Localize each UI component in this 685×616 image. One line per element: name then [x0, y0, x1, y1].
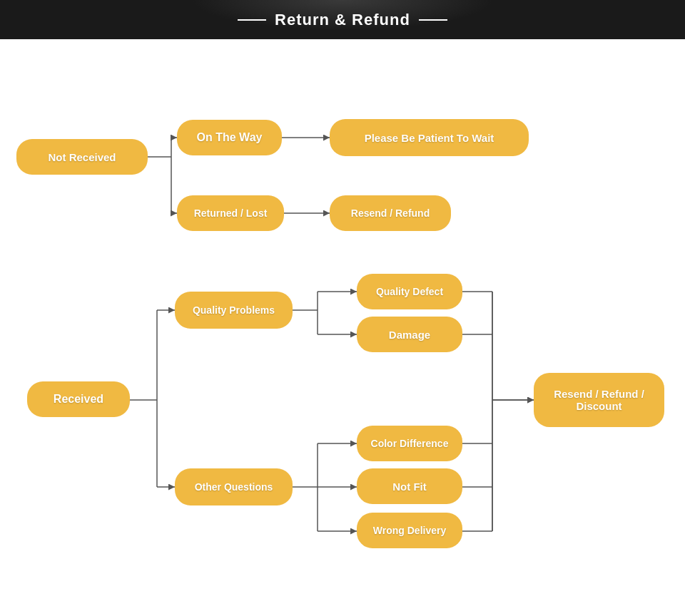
header-line-left [238, 19, 266, 21]
node-resend-refund-discount: Resend / Refund / Discount [534, 373, 664, 427]
header-title: Return & Refund [238, 11, 447, 29]
node-quality-defect: Quality Defect [357, 274, 462, 309]
header-line-right [419, 19, 447, 21]
header: Return & Refund [0, 0, 685, 39]
node-other-questions: Other Questions [175, 468, 293, 505]
node-wrong-delivery: Wrong Delivery [357, 513, 462, 548]
node-color-difference: Color Difference [357, 426, 462, 461]
node-damage: Damage [357, 317, 462, 352]
node-quality-problems: Quality Problems [175, 292, 293, 329]
node-resend-refund: Resend / Refund [330, 195, 451, 231]
node-not-fit: Not Fit [357, 468, 462, 504]
node-received: Received [27, 381, 130, 417]
node-returned-lost: Returned / Lost [177, 195, 284, 231]
header-title-text: Return & Refund [275, 11, 410, 29]
node-on-the-way: On The Way [177, 120, 282, 155]
node-not-received: Not Received [16, 139, 148, 175]
node-please-be-patient: Please Be Patient To Wait [330, 119, 529, 156]
diagram: Not Received On The Way Please Be Patien… [0, 39, 685, 616]
